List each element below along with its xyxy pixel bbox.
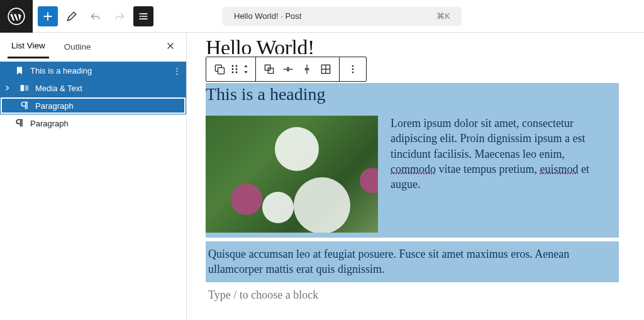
- block-toolbar: [206, 57, 367, 82]
- svg-point-7: [236, 69, 238, 70]
- paragraph-icon: [19, 100, 30, 111]
- list-item-label: Media & Text: [35, 84, 82, 93]
- svg-rect-1: [21, 85, 25, 91]
- move-buttons[interactable]: [240, 60, 252, 79]
- redo-button[interactable]: [109, 6, 130, 26]
- close-icon: [166, 41, 175, 50]
- group-button[interactable]: [260, 60, 279, 79]
- close-sidebar-button[interactable]: [164, 39, 177, 53]
- svg-point-14: [352, 69, 354, 70]
- svg-point-9: [236, 72, 238, 74]
- svg-point-5: [236, 65, 238, 67]
- undo-icon: [89, 10, 102, 23]
- svg-point-8: [232, 72, 234, 74]
- command-shortcut: ⌘K: [436, 11, 450, 21]
- list-item-paragraph-selected[interactable]: Paragraph: [0, 97, 186, 114]
- svg-point-6: [232, 69, 234, 70]
- block-options-button[interactable]: [343, 60, 362, 79]
- svg-point-15: [352, 72, 354, 74]
- list-view-tree: This is a heading ⋮ Media & Text Paragra…: [0, 60, 186, 132]
- svg-point-4: [232, 65, 234, 67]
- paragraph-icon: [14, 118, 25, 129]
- add-block-button[interactable]: [38, 6, 58, 26]
- toolbar-left-group: [38, 6, 153, 26]
- list-view-icon: [137, 10, 150, 23]
- paragraph-text: vitae tempus pretium,: [436, 163, 540, 175]
- svg-point-13: [352, 65, 354, 67]
- document-title-pill[interactable]: Hello World! · Post ⌘K: [223, 7, 462, 26]
- list-item-paragraph[interactable]: Paragraph: [0, 114, 186, 132]
- list-item-heading[interactable]: This is a heading ⋮: [0, 62, 186, 79]
- block-type-icon: [213, 63, 226, 75]
- tab-list-view[interactable]: List View: [8, 35, 49, 58]
- list-item-label: This is a heading: [30, 66, 92, 75]
- group-icon: [263, 63, 275, 75]
- bookmark-icon: [14, 65, 25, 76]
- more-vertical-icon: [347, 63, 359, 75]
- undo-button[interactable]: [86, 6, 106, 26]
- grid-button[interactable]: [316, 60, 335, 79]
- media-text-content[interactable]: Lorem ipsum dolor sit amet, consectetur …: [391, 116, 615, 233]
- spellcheck-word: commodo: [391, 163, 436, 175]
- svg-rect-11: [268, 68, 273, 73]
- pencil-icon: [65, 10, 78, 23]
- spellcheck-word: euismod: [540, 163, 578, 175]
- redo-icon: [113, 10, 126, 23]
- move-up-down-icon: [240, 63, 252, 75]
- media-text-block[interactable]: Lorem ipsum dolor sit amet, consectetur …: [206, 108, 619, 238]
- list-item-media-text[interactable]: Media & Text: [0, 79, 186, 97]
- document-overview-sidebar: List View Outline This is a heading ⋮ Me…: [0, 33, 187, 320]
- main-area: List View Outline This is a heading ⋮ Me…: [0, 33, 644, 320]
- tab-outline[interactable]: Outline: [60, 36, 95, 58]
- document-overview-button[interactable]: [133, 6, 153, 26]
- wordpress-icon: [8, 8, 25, 25]
- row-icon: [282, 63, 294, 75]
- list-item-options[interactable]: ⋮: [173, 66, 181, 75]
- stack-icon: [301, 63, 313, 75]
- list-item-label: Paragraph: [35, 101, 74, 111]
- paragraph-text: Lorem ipsum dolor sit amet, consectetur …: [391, 117, 586, 160]
- paragraph-block[interactable]: Quisque accumsan leo at feugiat posuere.…: [206, 241, 619, 282]
- row-button[interactable]: [279, 60, 297, 79]
- post-title[interactable]: Hello World!: [206, 35, 619, 54]
- expand-caret[interactable]: [4, 86, 11, 91]
- sidebar-tabs: List View Outline: [0, 33, 186, 60]
- title-wrapper: Hello World!: [206, 39, 619, 58]
- drag-handle[interactable]: [229, 60, 240, 79]
- plus-icon: [42, 10, 54, 23]
- stack-button[interactable]: [297, 60, 316, 79]
- media-image[interactable]: [206, 116, 378, 233]
- svg-rect-3: [218, 68, 225, 74]
- toolbar-center: Hello World! · Post ⌘K: [153, 7, 531, 26]
- grid-icon: [319, 63, 332, 75]
- drag-icon: [229, 63, 240, 75]
- wordpress-logo[interactable]: [0, 0, 33, 33]
- selected-blocks-region: This is a heading Lorem ipsum dolor sit …: [206, 83, 619, 282]
- editor-canvas[interactable]: Hello World! This is a head: [187, 33, 644, 320]
- svg-rect-10: [265, 65, 270, 70]
- tools-button[interactable]: [62, 6, 82, 26]
- top-toolbar: Hello World! · Post ⌘K: [0, 0, 644, 33]
- block-type-button[interactable]: [210, 60, 229, 79]
- heading-block[interactable]: This is a heading: [206, 83, 619, 108]
- document-title: Hello World! · Post: [234, 11, 301, 21]
- empty-paragraph-placeholder[interactable]: Type / to choose a block: [206, 282, 619, 308]
- list-item-label: Paragraph: [30, 119, 69, 128]
- media-text-icon: [19, 82, 30, 94]
